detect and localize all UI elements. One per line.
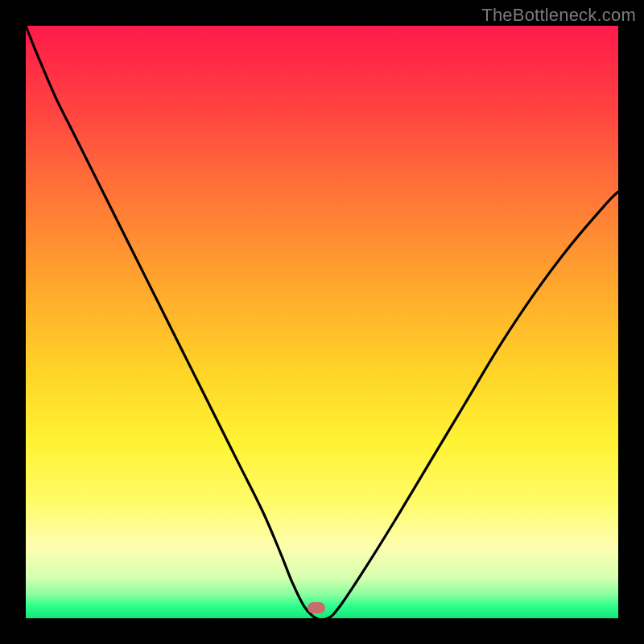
optimal-marker	[308, 602, 325, 613]
chart-frame: TheBottleneck.com	[0, 0, 644, 644]
bottleneck-curve	[26, 26, 618, 618]
plot-area	[26, 26, 618, 618]
watermark-text: TheBottleneck.com	[481, 5, 636, 26]
